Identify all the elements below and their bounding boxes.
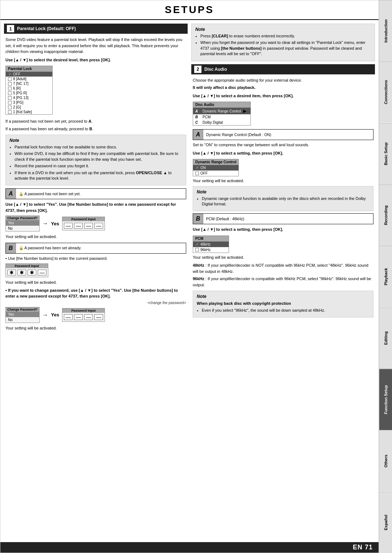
label-b-pcm-box: B PCM (Default : 48kHz) — [193, 213, 373, 224]
label-b-pcm-content: PCM (Default : 48kHz) — [203, 215, 373, 222]
sidebar-tab-basic-setup[interactable]: Basic Setup — [379, 123, 392, 184]
proceed-a-text: If a password has not been set yet, proc… — [5, 118, 186, 124]
footer-page-number: 71 — [365, 544, 373, 551]
disc-audio-pcm: PCM — [203, 115, 211, 119]
yes-text-b: Yes — [51, 312, 59, 318]
right-note-box: Note Press [CLEAR] to erase numbers ente… — [191, 24, 375, 61]
checkbox-3pg — [8, 101, 12, 105]
lock-icon-b: 🔒 — [19, 246, 24, 250]
change-password-box-b: Change Password? Yes No — [5, 307, 40, 323]
table-row[interactable]: 6 [R] — [6, 86, 52, 91]
sidebar-tab-others[interactable]: Others — [379, 430, 392, 491]
dash2-b: — — [74, 314, 83, 320]
drc-off-label: OFF — [200, 171, 208, 175]
table-row[interactable]: 7 [NC 17] — [6, 81, 52, 86]
password-input-box-b: Password Input — — — — — [62, 308, 105, 322]
star1: ✱ — [7, 270, 16, 275]
pcm-48khz-label: 48kHz — [200, 242, 211, 246]
table-row[interactable]: OFF — [6, 72, 52, 77]
parental-lock-header: Parental Lock — [6, 66, 52, 72]
section1-instruction1: Use [▲ / ▼] to select the desired level,… — [5, 57, 186, 63]
password-no-row-b[interactable]: No — [6, 317, 39, 323]
star3: ✱ — [28, 270, 36, 275]
change-password-note: • If you want to change password, use [▲… — [5, 287, 186, 299]
table-row[interactable]: 8 [Adult] — [6, 77, 52, 81]
pcm-48khz-desc: 48kHz : If your amplifier/decoder is NOT… — [193, 262, 373, 274]
drc-header: Dynamic Range Control — [193, 159, 238, 165]
pcm-96khz-label: 96kHz — [200, 248, 211, 252]
drc-note-item: Dynamic range control function is availa… — [202, 196, 369, 207]
sidebar-tab-playback[interactable]: Playback — [379, 246, 392, 307]
copyright-when-playing: When playing back disc with copyright pr… — [197, 300, 369, 307]
password-input-stars-container: Password Input ✱ ✱ ✱ — — [5, 263, 186, 277]
row-label-5pgr: 5 [PG R] — [13, 91, 27, 95]
dash4-a: — — [94, 223, 103, 229]
table-row[interactable]: 3 [PG] — [6, 100, 52, 105]
copyright-note-item: Even if you select "96kHz", the sound wi… — [202, 308, 369, 313]
change-password-header-a: Change Password? — [6, 216, 39, 220]
checkbox-off-drc — [195, 172, 199, 175]
no-label-b: No — [8, 318, 13, 322]
table-row[interactable]: 4 [PG 13] — [6, 95, 52, 100]
drc-note-box: Note Dynamic range control function is a… — [193, 186, 373, 212]
section2-number: 2 — [194, 66, 201, 73]
password-input-header-a: Password Input — [62, 217, 105, 221]
checkbox-96khz — [195, 248, 199, 251]
sidebar: Introduction Connections Basic Setup Rec… — [379, 0, 392, 553]
right-note-item2: When you forget the password or you want… — [200, 40, 371, 57]
pcm-your-setting: Your setting will be activated. — [193, 254, 373, 261]
row-label-1kidsafe: 1 [Kid Safe] — [13, 110, 32, 114]
copyright-note-title: Note — [197, 294, 369, 299]
disc-audio-row-b[interactable]: B PCM — [193, 114, 250, 120]
pcm-48khz-row[interactable]: 48kHz — [193, 242, 229, 247]
checkbox-48khz — [195, 242, 199, 246]
password-input-stars-box: Password Input ✱ ✱ ✱ — — [5, 263, 48, 277]
lock-icon: 🔒 — [19, 192, 24, 196]
sidebar-tab-function-setup[interactable]: Function Setup — [379, 369, 392, 430]
disc-audio-letter-a: A — [195, 109, 200, 113]
drc-on-row[interactable]: ON — [193, 165, 238, 171]
checkbox-8adult — [8, 77, 12, 81]
checkbox-6r — [8, 87, 12, 90]
row-label-3pg: 3 [PG] — [13, 101, 23, 105]
star2: ✱ — [17, 270, 26, 275]
table-row[interactable]: 1 [Kid Safe] — [6, 110, 52, 114]
your-setting-a: Your setting will be activated. — [5, 234, 186, 240]
sidebar-tab-introduction[interactable]: Introduction — [379, 0, 392, 61]
drc-on-label: ON — [200, 166, 206, 170]
disc-audio-letter-c: C — [195, 120, 200, 124]
label-b-letter: B — [6, 243, 16, 253]
row-label-2g: 2 [G] — [13, 105, 21, 109]
footer-en-label: EN — [353, 544, 363, 551]
disc-audio-header: Disc Audio — [193, 102, 250, 108]
password-yes-row-b[interactable]: Yes — [6, 312, 39, 317]
dash1-a: — — [64, 223, 73, 229]
sidebar-tab-editing[interactable]: Editing — [379, 307, 392, 369]
section2-instruction2: Use [▲ / ▼] to select a setting, then pr… — [193, 150, 373, 156]
page-title: SETUPS — [0, 0, 379, 20]
yes-label-b: Yes — [8, 312, 14, 316]
sidebar-tab-recording[interactable]: Recording — [379, 184, 392, 246]
section1-note-box: Note Parental lock function may not be a… — [5, 135, 186, 185]
password-no-row-a[interactable]: No — [6, 226, 39, 231]
note-item: With some DVD, it may be difficult to fi… — [15, 151, 182, 162]
change-password-diagram-b: Change Password? Yes No → Yes Password I… — [5, 307, 186, 323]
password-yes-row-a[interactable]: Yes — [6, 220, 39, 226]
no-label-a: No — [8, 226, 13, 230]
section2-instruction3: Use [▲ / ▼] to select a setting, then pr… — [193, 226, 373, 233]
label-a-drc-box: A Dynamic Range Control (Default : ON) — [193, 129, 373, 140]
section2-title: Disc Audio — [204, 67, 227, 72]
pcm-96khz-row[interactable]: 96kHz — [193, 247, 229, 253]
drc-off-row[interactable]: OFF — [193, 171, 238, 176]
sidebar-tab-connections[interactable]: Connections — [379, 61, 392, 123]
table-row[interactable]: 2 [G] — [6, 105, 52, 110]
section1-header: 1 Parental Lock (Default: OFF) — [4, 24, 188, 34]
disc-audio-dolby: Dolby Digital — [203, 120, 223, 124]
table-row[interactable]: 5 [PG R] — [6, 91, 52, 95]
note-item: Parental lock function may not be availa… — [15, 144, 182, 150]
set-to-on-text: Set to "ON" to compress the range betwee… — [193, 142, 373, 148]
sidebar-tab-espanol[interactable]: Español — [379, 492, 392, 553]
yes-label-a: Yes — [8, 221, 14, 225]
disc-audio-row-c[interactable]: C Dolby Digital — [193, 120, 250, 125]
disc-audio-row-a[interactable]: A Dynamic Range Control ▶ — [193, 108, 250, 114]
